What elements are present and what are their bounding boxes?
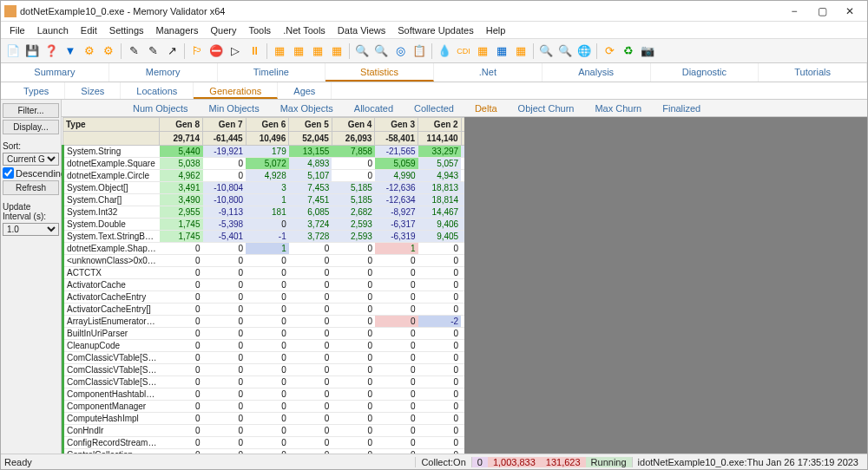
view-max-churn[interactable]: Max Churn	[584, 100, 652, 116]
maximize-button[interactable]: ▢	[808, 3, 836, 20]
table-row[interactable]: ACTCTX000000001	[63, 267, 465, 279]
table-row[interactable]: System.String5,440-19,92117913,1557,858-…	[63, 146, 465, 158]
table-row[interactable]: ActivatorCacheEntry000000001	[63, 291, 465, 304]
subtab-generations[interactable]: Generations	[194, 82, 278, 99]
filter-icon[interactable]: ▼	[62, 42, 79, 60]
arrow-icon[interactable]: ↗	[163, 42, 181, 60]
sort-select[interactable]: Current Generation	[3, 153, 59, 166]
table-row[interactable]: System.Text.StringBuilder1,745-5,401-13,…	[63, 231, 465, 243]
col-header[interactable]: Type	[63, 118, 160, 132]
grid2-icon[interactable]: ▦	[493, 42, 510, 60]
table-row[interactable]: ComClassicVTable[System.Object]000000001	[63, 376, 465, 388]
menu-managers[interactable]: Managers	[151, 23, 204, 37]
col-header[interactable]: Gen 2	[418, 118, 462, 132]
wand-icon[interactable]: ✎	[125, 42, 142, 60]
col-header[interactable]: Gen 7	[203, 118, 247, 132]
descending-checkbox[interactable]: Descending	[3, 167, 59, 179]
table-row[interactable]: BuiltInUriParser0000000014	[63, 328, 465, 340]
table-row[interactable]: System.Double1,745-5,39803,7242,593-6,31…	[63, 219, 465, 231]
tab-summary[interactable]: Summary	[1, 63, 109, 82]
drop-icon[interactable]: 💧	[436, 42, 453, 60]
tab-tutorials[interactable]: Tutorials	[759, 63, 867, 82]
view-object-churn[interactable]: Object Churn	[508, 100, 585, 116]
cdi-icon[interactable]: CDI	[455, 42, 472, 60]
grid1-icon[interactable]: ▦	[474, 42, 491, 60]
zoom-out-icon[interactable]: 🔍	[353, 42, 371, 60]
wand2-icon[interactable]: ✎	[144, 42, 161, 60]
table-row[interactable]: System.Char[]3,490-10,80017,4515,185-12,…	[63, 194, 465, 206]
subtab-ages[interactable]: Ages	[278, 82, 332, 99]
table-row[interactable]: ComClassicVTable[System.IConfig...000000…	[63, 364, 465, 376]
table-row[interactable]: ComponentManager000000001	[63, 401, 465, 413]
globe-icon[interactable]: 🌐	[575, 42, 593, 60]
menu-help[interactable]: Help	[481, 23, 511, 37]
minimize-button[interactable]: −	[780, 3, 808, 20]
table-row[interactable]: dotnetExample.Circle4,96204,9285,10704,9…	[63, 170, 465, 182]
interval-select[interactable]: 1.0	[3, 223, 59, 236]
table-row[interactable]: CleanupCode000000004	[63, 340, 465, 352]
help-icon[interactable]: ❓	[43, 42, 60, 60]
tab-memory[interactable]: Memory	[109, 63, 218, 82]
col-header[interactable]: Gen 4	[332, 118, 375, 132]
view-finalized[interactable]: Finalized	[652, 100, 711, 116]
subtab-locations[interactable]: Locations	[121, 82, 194, 99]
menu-tools[interactable]: Tools	[243, 23, 276, 37]
stop-icon[interactable]: ⛔	[207, 42, 225, 60]
table-row[interactable]: ActivatorCache000000001	[63, 279, 465, 291]
gear-icon[interactable]: ⚙	[81, 42, 98, 60]
snap3-icon[interactable]: ▦	[309, 42, 326, 60]
doc-icon[interactable]: 📋	[411, 42, 428, 60]
menu-settings[interactable]: Settings	[104, 23, 149, 37]
snap1-icon[interactable]: ▦	[271, 42, 288, 60]
snap4-icon[interactable]: ▦	[328, 42, 345, 60]
search-icon[interactable]: 🔍	[537, 42, 555, 60]
col-header[interactable]: Gen 3	[375, 118, 418, 132]
col-header[interactable]: Gen 1	[461, 118, 464, 132]
tab-net[interactable]: .Net	[434, 63, 542, 82]
menu-file[interactable]: File	[4, 23, 30, 37]
menu-query[interactable]: Query	[205, 23, 241, 37]
close-button[interactable]: ✕	[836, 3, 864, 20]
gear2-icon[interactable]: ⚙	[100, 42, 117, 60]
table-row[interactable]: dotnetExample.Square5,03805,0724,89305,0…	[63, 158, 465, 170]
refresh-button[interactable]: Refresh	[3, 180, 59, 195]
table-row[interactable]: ArrayListEnumeratorSimple000000-203	[63, 316, 465, 328]
col-header[interactable]: Gen 8	[160, 118, 203, 132]
view-num-objects[interactable]: Num Objects	[122, 100, 199, 116]
search2-icon[interactable]: 🔍	[556, 42, 574, 60]
menu-softwareupdates[interactable]: Software Updates	[392, 23, 478, 37]
flag-icon[interactable]: 🏳	[188, 42, 206, 60]
view-min-objects[interactable]: Min Objects	[199, 100, 270, 116]
tab-analysis[interactable]: Analysis	[542, 63, 651, 82]
play-icon[interactable]: ▷	[227, 42, 244, 60]
snap2-icon[interactable]: ▦	[290, 42, 307, 60]
zoom-in-icon[interactable]: 🔍	[372, 42, 390, 60]
recycle-icon[interactable]: ♻	[620, 42, 637, 60]
tab-timeline[interactable]: Timeline	[218, 63, 326, 82]
table-row[interactable]: ConfigRecordStreamInfo000000001	[63, 437, 465, 449]
refresh-icon[interactable]: ⟳	[601, 42, 618, 60]
table-row[interactable]: ConHndlr000000001	[63, 425, 465, 437]
view-allocated[interactable]: Allocated	[344, 100, 404, 116]
pause-icon[interactable]: ⏸	[246, 42, 263, 60]
table-row[interactable]: System.Object[]3,491-10,80437,4535,185-1…	[63, 182, 465, 194]
table-row[interactable]: ComponentHashtableEntry000000001	[63, 388, 465, 401]
menu-launch[interactable]: Launch	[32, 23, 74, 37]
target-icon[interactable]: ◎	[391, 42, 409, 60]
col-header[interactable]: Gen 6	[246, 118, 289, 132]
camera-icon[interactable]: 📷	[639, 42, 656, 60]
display-button[interactable]: Display...	[3, 120, 59, 134]
table-row[interactable]: System.Int322,955-9,1131816,0852,682-8,9…	[63, 206, 465, 219]
view-max-objects[interactable]: Max Objects	[270, 100, 344, 116]
menu-edit[interactable]: Edit	[76, 23, 102, 37]
table-row[interactable]: <unknownClass>0x075368be[]000000001	[63, 255, 465, 267]
tab-statistics[interactable]: Statistics	[326, 63, 434, 82]
new-icon[interactable]: 📄	[4, 42, 22, 60]
table-row[interactable]: ActivatorCacheEntry[]000000001	[63, 304, 465, 316]
menu-dataviews[interactable]: Data Views	[332, 23, 391, 37]
table-row[interactable]: dotnetExample.Shape[]001001001	[63, 243, 465, 255]
table-row[interactable]: ComputeHashImpl000000001	[63, 413, 465, 425]
menu-nettools[interactable]: .Net Tools	[278, 23, 331, 37]
grid3-icon[interactable]: ▦	[512, 42, 529, 60]
view-delta[interactable]: Delta	[464, 100, 508, 116]
